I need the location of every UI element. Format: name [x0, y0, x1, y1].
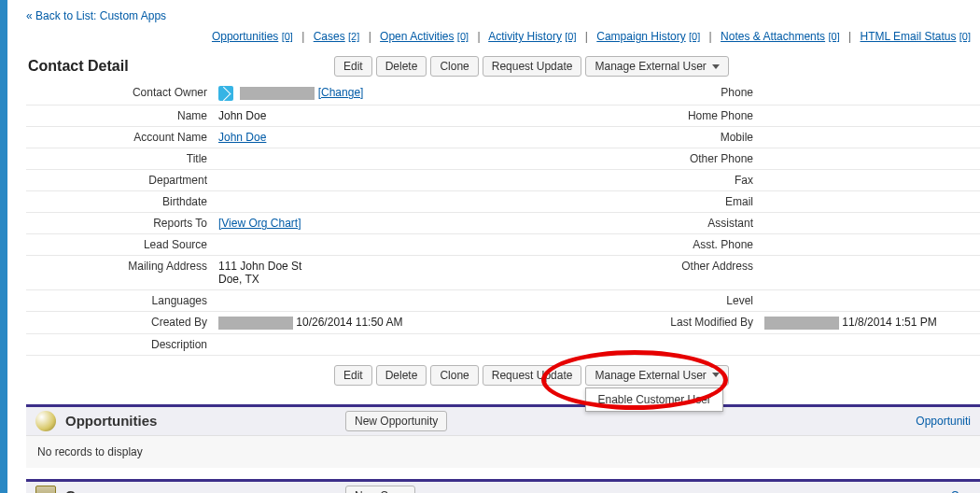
nav-activity-history[interactable]: Activity History — [488, 30, 562, 43]
edit-button-bottom[interactable]: Edit — [334, 365, 372, 386]
label-lead-source: Lead Source — [26, 234, 213, 256]
nav-open-activities-count[interactable]: [0] — [457, 31, 469, 42]
back-arrow: « — [26, 9, 33, 22]
label-department: Department — [26, 170, 213, 191]
created-by-user-redacted — [218, 317, 293, 330]
manage-external-user-button-bottom[interactable]: Manage External User — [585, 365, 728, 386]
edit-button[interactable]: Edit — [334, 56, 372, 77]
label-languages: Languages — [26, 290, 213, 312]
chevron-down-icon — [712, 64, 720, 69]
back-to-list-link[interactable]: « Back to List: Custom Apps — [26, 9, 166, 22]
label-level: Level — [502, 290, 759, 312]
value-contact-owner: [Change] — [213, 82, 502, 106]
nav-notes-attachments[interactable]: Notes & Attachments — [721, 30, 825, 43]
enable-customer-user-item[interactable]: Enable Customer User — [586, 388, 721, 411]
change-owner-link[interactable]: [Change] — [318, 86, 364, 99]
label-contact-owner: Contact Owner — [26, 82, 213, 106]
label-mobile: Mobile — [502, 127, 759, 148]
manage-external-user-label: Manage External User — [595, 60, 706, 73]
account-name-link[interactable]: John Doe — [218, 131, 266, 144]
nav-opportunities[interactable]: Opportunities — [212, 30, 278, 43]
opportunities-empty-text: No records to display — [26, 435, 980, 468]
label-home-phone: Home Phone — [502, 106, 759, 127]
cases-help-link[interactable]: Cas — [951, 489, 971, 493]
label-fax: Fax — [502, 170, 759, 191]
owner-name-redacted — [240, 87, 315, 100]
value-last-modified: 11/8/2014 1:51 PM — [759, 312, 980, 334]
label-description: Description — [26, 333, 213, 355]
label-reports-to: Reports To — [26, 213, 213, 234]
label-created-by: Created By — [26, 312, 213, 334]
label-mailing-address: Mailing Address — [26, 256, 213, 290]
label-other-address: Other Address — [502, 256, 759, 290]
label-last-modified: Last Modified By — [502, 312, 759, 334]
clone-button-bottom[interactable]: Clone — [430, 365, 478, 386]
page-title: Contact Detail — [26, 58, 334, 75]
label-other-phone: Other Phone — [502, 148, 759, 170]
label-assistant: Assistant — [502, 213, 759, 234]
related-opportunities: Opportunities New Opportunity Opportunit… — [26, 404, 980, 468]
bottom-button-row: Edit Delete Clone Request Update Manage … — [334, 365, 980, 386]
opportunities-help-link[interactable]: Opportuniti — [916, 415, 971, 428]
related-cases: Cases New Case Cas — [26, 479, 980, 493]
nav-notes-attachments-count[interactable]: [0] — [828, 31, 839, 42]
top-button-row: Edit Delete Clone Request Update Manage … — [334, 56, 729, 77]
nav-cases-count[interactable]: [2] — [348, 31, 359, 42]
new-opportunity-button[interactable]: New Opportunity — [345, 411, 447, 431]
manage-external-user-dropdown: Enable Customer User — [585, 387, 722, 412]
last-modified-user-redacted — [764, 317, 839, 330]
label-account-name: Account Name — [26, 127, 213, 148]
nav-cases[interactable]: Cases — [314, 30, 345, 43]
value-name: John Doe — [213, 106, 502, 127]
owner-icon — [218, 86, 233, 101]
manage-external-user-button[interactable]: Manage External User — [585, 56, 728, 77]
label-name: Name — [26, 106, 213, 127]
clone-button[interactable]: Clone — [430, 56, 478, 77]
related-list-nav: Opportunities [0] | Cases [2] | Open Act… — [26, 28, 980, 50]
nav-html-email-status[interactable]: HTML Email Status — [861, 30, 957, 43]
request-update-button-bottom[interactable]: Request Update — [483, 365, 582, 386]
label-birthdate: Birthdate — [26, 191, 213, 213]
delete-button-bottom[interactable]: Delete — [376, 365, 427, 386]
opportunities-icon — [35, 411, 56, 431]
cases-title: Cases — [65, 487, 345, 493]
nav-html-email-status-count[interactable]: [0] — [959, 31, 971, 42]
nav-open-activities[interactable]: Open Activities — [380, 30, 454, 43]
label-email: Email — [502, 191, 759, 213]
label-asst-phone: Asst. Phone — [502, 234, 759, 256]
new-case-button[interactable]: New Case — [345, 486, 415, 493]
nav-opportunities-count[interactable]: [0] — [282, 31, 293, 42]
view-org-chart-link[interactable]: [View Org Chart] — [218, 217, 301, 230]
contact-detail-table: Contact Owner [Change] Phone Name John D… — [26, 82, 980, 356]
manage-external-user-label-bottom: Manage External User — [595, 369, 706, 382]
nav-campaign-history-count[interactable]: [0] — [689, 31, 700, 42]
label-title: Title — [26, 148, 213, 170]
back-label: Back to List: Custom Apps — [35, 9, 166, 22]
value-mailing-address: 111 John Doe St Doe, TX — [213, 256, 502, 290]
nav-activity-history-count[interactable]: [0] — [565, 31, 576, 42]
value-created-by: 10/26/2014 11:50 AM — [213, 312, 502, 334]
delete-button[interactable]: Delete — [376, 56, 427, 77]
label-phone: Phone — [502, 82, 759, 106]
request-update-button[interactable]: Request Update — [483, 56, 582, 77]
chevron-down-icon — [712, 373, 720, 377]
opportunities-title: Opportunities — [65, 413, 345, 429]
nav-campaign-history[interactable]: Campaign History — [596, 30, 685, 43]
cases-icon — [35, 486, 56, 493]
